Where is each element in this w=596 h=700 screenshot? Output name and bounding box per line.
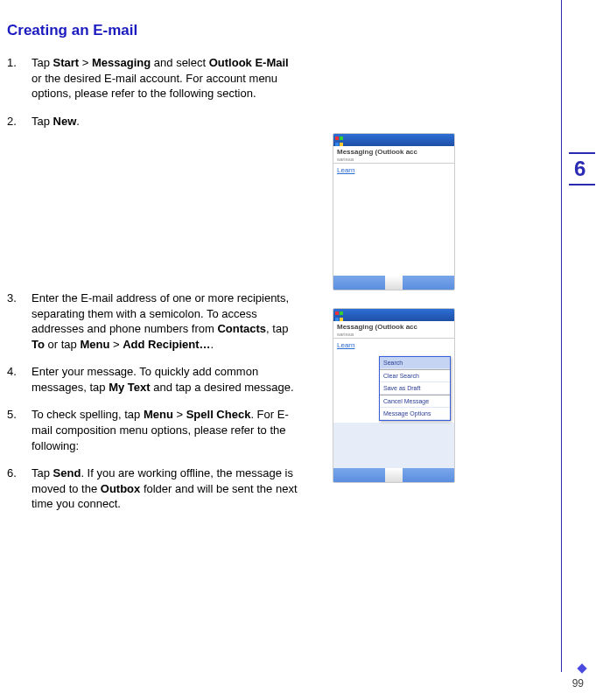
step-text: Tap Start > Messaging and select Outlook… xyxy=(32,55,301,102)
menu-item: Clear Search xyxy=(380,370,450,382)
step-number: 1. xyxy=(7,55,32,102)
step-text: To check spelling, tap Menu > Spell Chec… xyxy=(32,407,301,453)
step-2: 2. Tap New. xyxy=(7,114,438,130)
page: Creating an E-mail 1. Tap Start > Messag… xyxy=(0,0,596,700)
start-icon xyxy=(334,135,345,145)
start-icon xyxy=(334,310,345,320)
step-text: Tap New. xyxy=(32,114,301,130)
app-subtitle: sarissa xyxy=(337,157,451,163)
device-topbar xyxy=(333,309,454,321)
menu-dropdown: Search Clear Search Save as Draft Cancel… xyxy=(379,356,451,421)
softkey-bar xyxy=(333,276,454,290)
app-header: Messaging (Outlook acc sarissa xyxy=(333,321,454,339)
app-title: Messaging (Outlook acc xyxy=(337,323,451,332)
step-1: 1. Tap Start > Messaging and select Outl… xyxy=(7,55,438,102)
learn-link: Learn xyxy=(337,166,354,174)
step-text: Enter the E-mail address of one or more … xyxy=(32,290,301,352)
menu-item: Message Options xyxy=(380,408,450,420)
app-header: Messaging (Outlook acc sarissa xyxy=(333,146,454,164)
section-heading: Creating an E-mail xyxy=(7,22,438,39)
device-topbar xyxy=(333,134,454,146)
app-title: Messaging (Outlook acc xyxy=(337,148,451,157)
app-body: Learn xyxy=(333,164,454,276)
step-number: 2. xyxy=(7,114,32,130)
menu-item: Search xyxy=(380,357,450,369)
step-number: 6. xyxy=(7,466,32,512)
screenshot-inbox: Messaging (Outlook acc sarissa Learn xyxy=(333,133,455,290)
step-text: Enter your message. To quickly add commo… xyxy=(32,364,301,395)
step-number: 5. xyxy=(7,407,32,453)
app-body: Learn Search Clear Search Save as Draft … xyxy=(333,339,454,423)
page-number: 99 xyxy=(572,677,584,690)
learn-link: Learn xyxy=(337,341,354,349)
side-strip xyxy=(561,0,596,672)
keyboard-area xyxy=(333,423,454,468)
screenshot-compose-menu: Messaging (Outlook acc sarissa Learn Sea… xyxy=(333,308,455,483)
softkey-bar xyxy=(333,468,454,482)
menu-item: Cancel Message xyxy=(380,396,450,408)
step-number: 4. xyxy=(7,364,32,395)
chapter-number: 6 xyxy=(574,157,585,181)
step-number: 3. xyxy=(7,290,32,352)
step-text: Tap Send. If you are working offline, th… xyxy=(32,466,301,512)
menu-item: Save as Draft xyxy=(380,382,450,395)
chapter-tab: 6 xyxy=(569,152,595,186)
app-subtitle: sarissa xyxy=(337,332,451,338)
